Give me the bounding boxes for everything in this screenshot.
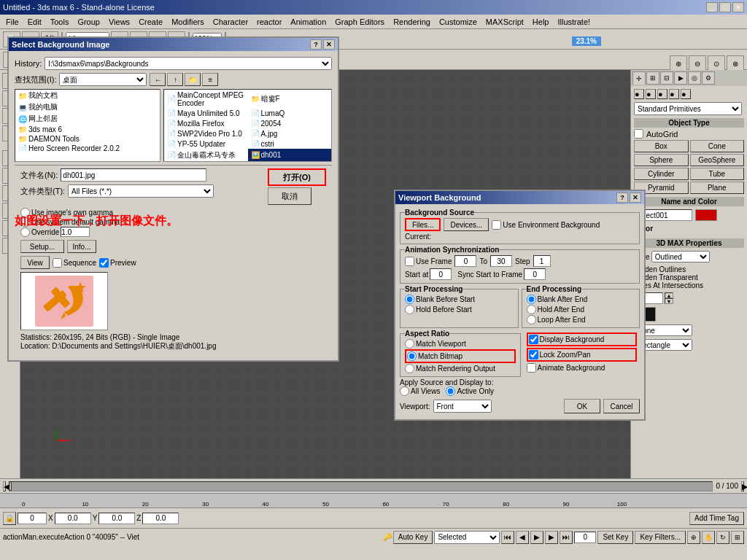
animate-bg-cb[interactable]	[527, 363, 536, 373]
nav-orbit-btn[interactable]: ↻	[716, 531, 729, 544]
menu-help[interactable]: Help	[528, 16, 554, 28]
file-darkroom[interactable]: 📁暗窗F	[248, 90, 332, 108]
fn-input[interactable]	[61, 168, 206, 182]
back-btn[interactable]: ←	[150, 73, 166, 86]
info-btn[interactable]: Info...	[67, 240, 96, 253]
match-viewport-radio[interactable]	[405, 339, 414, 349]
type-dropdown[interactable]: Outlined	[651, 251, 710, 262]
dialog-close-btn[interactable]: ✕	[323, 39, 335, 50]
hold-before-start-radio[interactable]	[405, 305, 414, 314]
auto-key-btn[interactable]: Auto Key	[393, 531, 433, 544]
file-mainconcept[interactable]: 📄MainConcept MPEG Encoder	[164, 90, 248, 108]
use-env-label[interactable]: Use Environment Background	[492, 220, 600, 230]
file-luma[interactable]: 📄LumaQ	[248, 108, 332, 118]
rp-cat-btn3[interactable]: ●	[657, 89, 667, 99]
cancel-file-btn[interactable]: 取消	[268, 187, 311, 205]
rt-btn1[interactable]: ⊕	[670, 55, 687, 71]
vp-help-btn[interactable]: ?	[616, 192, 628, 203]
loop-after-end-label[interactable]: Loop After End	[527, 315, 635, 324]
match-bitmap-radio[interactable]	[407, 351, 417, 361]
rp-tab-display[interactable]: ◎	[688, 71, 701, 85]
next-key-btn[interactable]: ▶	[545, 531, 558, 544]
geosphere-btn[interactable]: GeoSphere	[690, 154, 745, 166]
rp-cat-btn2[interactable]: ●	[646, 89, 656, 99]
setup-btn[interactable]: Setup...	[20, 240, 64, 253]
file-cstri[interactable]: 📄cstri	[248, 139, 332, 149]
rp-tab-util[interactable]: ⚙	[702, 71, 715, 85]
blank-after-end-radio[interactable]	[527, 295, 536, 304]
value-spinner[interactable]: ▲ ▼	[665, 292, 673, 304]
match-rendering-radio[interactable]	[405, 364, 414, 373]
frame-num-input[interactable]	[574, 532, 596, 543]
menu-maxscript[interactable]: MAXScript	[481, 16, 528, 28]
loop-after-end-radio[interactable]	[527, 315, 536, 324]
display-bg-label[interactable]: Display Background	[527, 332, 638, 346]
use-frame-cb[interactable]	[405, 257, 414, 266]
files-btn[interactable]: Files...	[405, 218, 441, 231]
tree-item-3dsmax[interactable]: 📁3ds max 6	[15, 125, 160, 134]
to-input[interactable]	[490, 255, 512, 267]
tube-btn[interactable]: Tube	[690, 168, 745, 180]
rp-cat-btn1[interactable]: ●	[634, 89, 644, 99]
vp-close-btn[interactable]: ✕	[630, 192, 641, 203]
all-views-radio[interactable]	[400, 386, 409, 396]
rp-tab-create[interactable]: ✛	[632, 71, 646, 85]
menu-illustrate[interactable]: Illustrate!	[553, 16, 595, 28]
rp-cat-btn4[interactable]: ●	[669, 89, 679, 99]
tree-item-mydoc[interactable]: 📁我的文档	[15, 90, 160, 101]
plane-btn[interactable]: Plane	[690, 182, 745, 194]
blank-before-start-label[interactable]: Blank Before Start	[405, 295, 514, 304]
maximize-btn[interactable]: □	[719, 2, 731, 12]
next-frame-btn[interactable]: ⏭	[560, 531, 573, 544]
set-key-btn[interactable]: Set Key	[597, 531, 633, 544]
blank-after-end-label[interactable]: Blank After End	[527, 295, 635, 304]
menu-reactor[interactable]: reactor	[252, 16, 286, 28]
active-only-label[interactable]: Active Only	[446, 386, 494, 396]
y-coord[interactable]	[98, 513, 135, 524]
rp-tab-hierarchy[interactable]: ⊟	[660, 71, 673, 85]
timeline-track[interactable]	[9, 481, 713, 491]
selected-dropdown[interactable]: Selected	[434, 531, 500, 544]
tree-item-hero[interactable]: 📄Hero Screen Recorder 2.0.2	[15, 144, 160, 153]
anim-lock-btn[interactable]: 🔒	[3, 512, 16, 525]
use-env-cb[interactable]	[492, 220, 501, 230]
menu-animation[interactable]: Animation	[286, 16, 330, 28]
file-list[interactable]: 📄MainConcept MPEG Encoder 📁暗窗F 📄Maya Unl…	[163, 89, 332, 162]
sync-start-input[interactable]	[524, 268, 546, 280]
match-viewport-label[interactable]: Match Viewport	[405, 339, 516, 349]
tree-item-mypc[interactable]: 💻我的电脑	[15, 101, 160, 113]
menu-edit[interactable]: Edit	[23, 16, 46, 28]
x-coord[interactable]	[55, 513, 91, 524]
dialog-help-btn[interactable]: ?	[310, 39, 322, 50]
hold-after-end-radio[interactable]	[527, 305, 536, 314]
rp-cat-btn5[interactable]: ●	[681, 89, 691, 99]
prev-key-btn[interactable]: ◀	[516, 531, 529, 544]
minimize-btn[interactable]: _	[706, 2, 718, 12]
sphere-btn[interactable]: Sphere	[634, 154, 689, 166]
animate-bg-label[interactable]: Animate Background	[527, 363, 638, 373]
preview-label[interactable]: Preview	[99, 258, 136, 268]
add-time-tag-btn[interactable]: Add Time Tag	[689, 512, 744, 525]
cone-btn[interactable]: Cone	[690, 140, 745, 152]
use-frame-input[interactable]	[454, 255, 476, 267]
prev-frame-btn[interactable]: ⏮	[501, 531, 514, 544]
timeline-thumb[interactable]	[9, 482, 12, 491]
rt-btn4[interactable]: ⊗	[727, 55, 744, 71]
view-btn[interactable]: View	[20, 256, 50, 269]
box-btn[interactable]: Box	[634, 140, 689, 152]
menu-customize[interactable]: Customize	[435, 16, 481, 28]
tree-item-network[interactable]: 🌐网上邻居	[15, 113, 160, 125]
timeline-next[interactable]: ▶	[741, 481, 744, 491]
autogrid-checkbox[interactable]	[634, 129, 643, 139]
z-coord[interactable]	[142, 513, 179, 524]
sequence-cb[interactable]	[53, 258, 62, 268]
nav-zoom-btn[interactable]: ⊕	[687, 531, 700, 544]
preview-cb[interactable]	[99, 258, 109, 268]
menu-modifiers[interactable]: Modifiers	[167, 16, 209, 28]
hold-after-end-label[interactable]: Hold After End	[527, 305, 635, 314]
file-dh001[interactable]: 🖼️dh001	[248, 149, 332, 161]
menu-character[interactable]: Character	[209, 16, 252, 28]
ft-dropdown[interactable]: All Files (*.*)	[68, 184, 214, 198]
nav-pan-btn[interactable]: ✋	[702, 531, 715, 544]
tree-item-daemon[interactable]: 📁DAEMON Tools	[15, 134, 160, 144]
